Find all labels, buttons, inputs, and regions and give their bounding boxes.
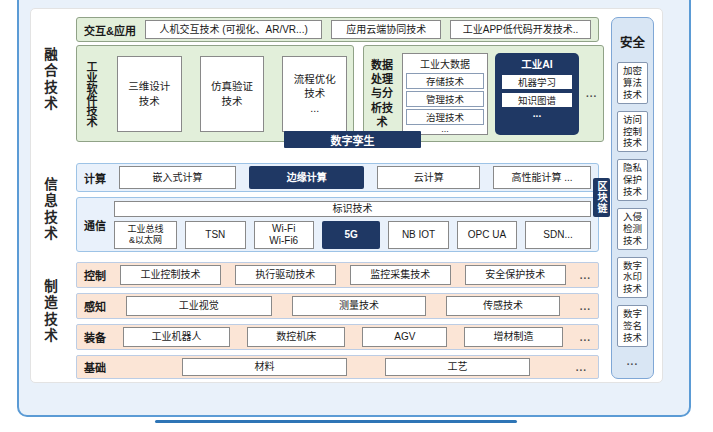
materials-box: 材料 (182, 358, 347, 376)
equipment-row-label: 装备 (84, 329, 106, 345)
control-row: 控制 工业控制技术 执行驱动技术 监控采集技术 安全保护技术 ... (76, 262, 599, 288)
equipment-more-ellipsis: ... (580, 332, 591, 343)
safety-protection-box: 安全保护技术 (465, 265, 566, 285)
security-label: 安全 (620, 32, 645, 51)
agv-box: AGV (362, 327, 447, 347)
communication-row-label: 通信 (84, 217, 106, 233)
actuation-drive-box: 执行驱动技术 (235, 265, 336, 285)
cnc-machine-box: 数控机床 (247, 327, 345, 347)
embedded-computing-box: 嵌入式计算 (119, 166, 236, 189)
storage-tech-box: 存储技术 (406, 73, 484, 89)
cloud-computing-box: 云计算 (377, 166, 480, 189)
communication-row: 通信 标识技术 工业总线 &以太网 TSN Wi-Fi Wi-Fi6 5G NB… (76, 197, 599, 252)
tsn-box: TSN (185, 221, 245, 249)
knowledge-graph-box: 知识图谱 (502, 93, 572, 107)
process-optimization-box: 流程优化技术 ... (282, 56, 347, 132)
management-tech-box: 管理技术 (406, 91, 484, 107)
data-panel-more-ellipsis: ... (586, 88, 597, 99)
machine-vision-box: 工业视觉 (126, 296, 272, 316)
section-label-fusion: 融合技术 (39, 36, 59, 124)
governance-tech-box: 治理技术 (406, 109, 484, 125)
industrial-robot-box: 工业机器人 (123, 327, 230, 347)
industrial-bigdata-title: 工业大数据 (403, 56, 487, 71)
diagram-canvas: 融合技术 信息技术 制造技术 交互&应用 人机交互技术 (可视化、AR/VR..… (0, 0, 713, 432)
foundation-more-ellipsis: ... (576, 362, 587, 373)
edge-computing-box: 边缘计算 (249, 166, 364, 189)
5g-box: 5G (322, 221, 380, 249)
industrial-ai-box: 工业AI 机器学习 知识图谱 ... (495, 53, 579, 135)
monitoring-acquisition-box: 监控采集技术 (350, 265, 451, 285)
cloud-collaboration-box: 应用云端协同技术 (331, 20, 441, 39)
compute-row: 计算 嵌入式计算 边缘计算 云计算 高性能计算 ... (76, 163, 599, 192)
section-label-information: 信息技术 (39, 167, 59, 253)
communication-content: 标识技术 工业总线 &以太网 TSN Wi-Fi Wi-Fi6 5G NB IO… (114, 201, 591, 248)
fieldbus-ethernet-box: 工业总线 &以太网 (114, 221, 177, 249)
digital-twin-bar: 数字孪生 (284, 131, 421, 148)
equipment-row: 装备 工业机器人 数控机床 AGV 增材制造 ... (76, 324, 599, 350)
hci-technology-box: 人机交互技术 (可视化、AR/VR...) (145, 20, 322, 39)
communication-boxes: 工业总线 &以太网 TSN Wi-Fi Wi-Fi6 5G NB IOT OPC… (114, 221, 591, 249)
security-more-ellipsis: ... (627, 356, 638, 367)
industrial-bigdata-box: 工业大数据 存储技术 管理技术 治理技术 ... (402, 53, 488, 135)
additive-manufacturing-box: 增材制造 (464, 327, 562, 347)
measurement-tech-box: 测量技术 (292, 296, 427, 316)
blockchain-tab: 区块链 (593, 178, 610, 217)
foundation-row: 基础 材料 工艺 ... (76, 355, 599, 379)
industrial-software-panel: 工业软件技术 三维设计技术 仿真验证技术 流程优化技术 ... (76, 45, 354, 142)
control-more-ellipsis: ... (580, 270, 591, 281)
low-code-app-box: 工业APP低代码开发技术.. (450, 20, 591, 39)
section-label-manufacturing: 制造技术 (39, 267, 59, 357)
bigdata-more-ellipsis: ... (403, 127, 487, 131)
compute-row-label: 计算 (84, 170, 106, 186)
security-column: 安全 加密算法技术 访问控制技术 隐私保护技术 入侵检测技术 数字水印技术 数字… (611, 17, 654, 379)
privacy-protection-box: 隐私保护技术 (617, 159, 648, 201)
control-row-label: 控制 (84, 267, 106, 283)
opcua-box: OPC UA (457, 221, 517, 249)
digital-watermark-box: 数字水印技术 (617, 257, 648, 299)
machine-learning-box: 机器学习 (502, 75, 572, 89)
identifier-technology-bar: 标识技术 (114, 201, 591, 217)
craft-process-box: 工艺 (385, 358, 530, 376)
bottom-accent-line (155, 420, 517, 423)
encryption-algorithm-box: 加密算法技术 (617, 62, 648, 104)
perception-more-ellipsis: ... (580, 301, 591, 312)
industrial-control-box: 工业控制技术 (120, 265, 221, 285)
nbiot-box: NB IOT (388, 221, 448, 249)
digital-signature-box: 数字签名技术 (617, 305, 648, 347)
foundation-row-label: 基础 (84, 359, 106, 375)
perception-row: 感知 工业视觉 测量技术 传感技术 ... (76, 293, 599, 319)
diagram-panel: 融合技术 信息技术 制造技术 交互&应用 人机交互技术 (可视化、AR/VR..… (30, 8, 663, 383)
wifi-box: Wi-Fi Wi-Fi6 (254, 221, 314, 249)
industrial-ai-title: 工业AI (495, 56, 579, 71)
blockchain-label: 区块链 (594, 181, 609, 214)
interaction-row-label: 交互&应用 (84, 22, 136, 38)
3d-design-box: 三维设计技术 (117, 56, 182, 132)
sensing-tech-box: 传感技术 (446, 296, 559, 316)
perception-row-label: 感知 (84, 298, 106, 314)
data-processing-label: 数据处理与分析技术 (369, 58, 395, 129)
sdn-box: SDN... (525, 221, 591, 249)
intrusion-detection-box: 入侵检测技术 (617, 208, 648, 250)
simulation-verification-box: 仿真验证技术 (200, 56, 265, 132)
access-control-box: 访问控制技术 (617, 111, 648, 153)
ai-more-ellipsis: ... (495, 107, 579, 121)
interaction-application-row: 交互&应用 人机交互技术 (可视化、AR/VR...) 应用云端协同技术 工业A… (76, 17, 599, 42)
industrial-software-label: 工业软件技术 (83, 50, 99, 138)
data-processing-panel: 数据处理与分析技术 工业大数据 存储技术 管理技术 治理技术 ... 工业AI … (363, 45, 604, 142)
hpc-box: 高性能计算 ... (493, 166, 591, 189)
